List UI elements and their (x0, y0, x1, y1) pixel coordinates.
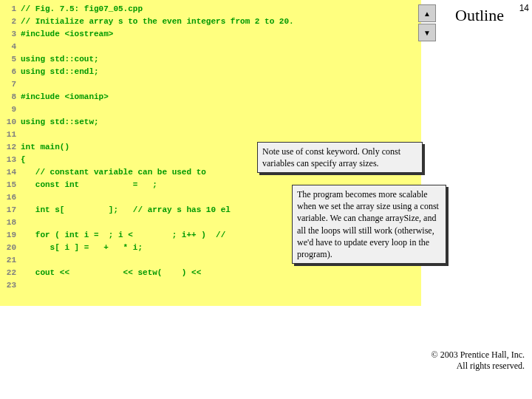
lineno: 20 (0, 242, 21, 254)
code-text: { (21, 154, 26, 166)
nav-down-button[interactable]: ▼ (418, 24, 436, 41)
code-text: const int = ; (21, 179, 157, 191)
callout-text: Note use of const keyword. Only const va… (262, 146, 400, 168)
lineno: 11 (0, 129, 21, 141)
code-text: #include <iomanip> (21, 91, 109, 103)
lineno: 4 (0, 41, 21, 53)
code-text: // constant variable can be used to (21, 166, 206, 179)
copyright-footer: © 2003 Prentice Hall, Inc. All rights re… (432, 349, 525, 372)
code-text: using std::setw; (21, 116, 99, 129)
triangle-up-icon: ▲ (423, 10, 431, 18)
triangle-down-icon: ▼ (423, 29, 431, 37)
callout-scalable: The program becomes more scalable when w… (292, 185, 446, 264)
lineno: 23 (0, 279, 21, 292)
copyright-line1: © 2003 Prentice Hall, Inc. (432, 349, 525, 361)
code-text: int main() (21, 141, 69, 154)
lineno: 2 (0, 16, 21, 28)
lineno: 22 (0, 267, 21, 279)
code-text: for ( int i = ; i < ; i++ ) // (21, 229, 225, 242)
lineno: 1 (0, 3, 21, 16)
code-text: using std::endl; (21, 66, 99, 78)
lineno: 7 (0, 78, 21, 91)
code-text: using std::cout; (21, 53, 99, 66)
lineno: 13 (0, 154, 21, 166)
lineno: 19 (0, 229, 21, 242)
callout-text: The program becomes more scalable when w… (297, 189, 439, 259)
code-text: #include <iostream> (21, 28, 113, 41)
callout-const-keyword: Note use of const keyword. Only const va… (257, 142, 423, 173)
lineno: 14 (0, 166, 21, 179)
code-text: // Fig. 7.5: fig07_05.cpp (21, 3, 143, 16)
lineno: 5 (0, 53, 21, 66)
copyright-line2: All rights reserved. (432, 361, 525, 372)
code-text: s[ i ] = + * i; (21, 242, 143, 254)
lineno: 10 (0, 116, 21, 129)
code-text: cout << << setw( ) << (21, 267, 201, 279)
code-text: // Initialize array s to the even intege… (21, 16, 294, 28)
outline-label: Outline (455, 6, 504, 25)
lineno: 15 (0, 179, 21, 191)
lineno: 8 (0, 91, 21, 103)
nav-up-button[interactable]: ▲ (418, 4, 436, 22)
lineno: 16 (0, 191, 21, 204)
lineno: 17 (0, 204, 21, 216)
lineno: 3 (0, 28, 21, 41)
lineno: 18 (0, 216, 21, 229)
code-text: int s[ ]; // array s has 10 el (21, 204, 231, 216)
lineno: 21 (0, 254, 21, 267)
lineno: 12 (0, 141, 21, 154)
lineno: 9 (0, 103, 21, 116)
lineno: 6 (0, 66, 21, 78)
page-number: 14 (519, 3, 529, 13)
